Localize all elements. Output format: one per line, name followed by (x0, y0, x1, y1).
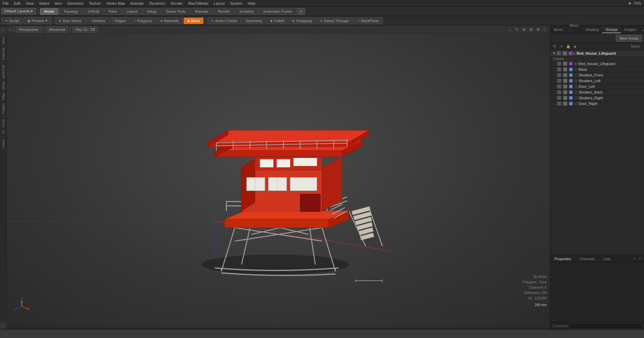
viewport[interactable]: ☰ Perspective Advanced Ray GL: Off ⌂ ↻ ⊕… (7, 25, 550, 330)
edges-button[interactable]: / Edges (109, 17, 129, 24)
symmetry-button[interactable]: Symmetry (242, 17, 266, 24)
left-curve-label[interactable]: Curve (1, 118, 6, 128)
tab-mesh[interactable]: Mesh ... (566, 22, 582, 33)
left-tool-arrow[interactable]: ▸ (0, 27, 6, 33)
menu-edit[interactable]: Edit (11, 1, 23, 6)
action-center-button[interactable]: ⊙ Action Center (207, 17, 241, 24)
sculpt-button[interactable]: ✦ Sculpt (1, 17, 23, 24)
gear-icon[interactable]: ⚙ (535, 26, 541, 33)
scene-group-row[interactable]: ▼ ▸ Red_House_Lifeguard (550, 50, 644, 57)
tab-schematic-fusion[interactable]: Schematic Fusion (259, 8, 297, 15)
menu-select[interactable]: Select (36, 1, 52, 6)
left-bottom-tool[interactable]: ○ (0, 322, 6, 328)
menu-layout[interactable]: Layout (211, 1, 227, 6)
menu-geometry[interactable]: Geometry (64, 1, 86, 6)
item-lock (563, 96, 567, 100)
perspective-button[interactable]: Perspective (16, 26, 41, 33)
polygons-button[interactable]: □ Polygons (130, 17, 156, 24)
menu-dynamics[interactable]: Dynamics (147, 1, 168, 6)
lock-icon[interactable]: 🔒 (565, 44, 571, 50)
tab-topology[interactable]: Topology (59, 8, 83, 15)
zoom-icon[interactable]: ⊕ (521, 26, 527, 33)
list-item[interactable]: ⬡ Shutters_Back (550, 90, 644, 95)
snapping-button[interactable]: ⊞ Snapping (288, 17, 316, 24)
advanced-button[interactable]: Advanced (46, 26, 68, 33)
materials-button[interactable]: ◈ Materials (157, 17, 183, 24)
left-uv-label[interactable]: UV (1, 129, 6, 136)
more-icon[interactable]: ⋮ (542, 26, 548, 33)
properties-tab[interactable]: Properties (550, 256, 575, 262)
materials-label: Materials (164, 19, 179, 23)
items-button[interactable]: ◉ Items (183, 17, 204, 24)
tab-uvedit[interactable]: UVEdit (84, 8, 104, 15)
home-icon[interactable]: ⌂ (507, 26, 513, 33)
color-icon[interactable]: ◉ (572, 44, 578, 50)
auto-select-button[interactable]: ⊕ Auto Select (55, 17, 85, 24)
menu-vertexmap[interactable]: Vertex Map (104, 1, 128, 6)
polygons-info: Polygons : Face (523, 280, 547, 285)
polygons-label: Polygons (137, 19, 152, 23)
tab-layout[interactable]: Layout (122, 8, 142, 15)
presets-button[interactable]: ▦ Presets ▾ (24, 17, 51, 24)
tab-scripting[interactable]: Scripting (235, 8, 258, 15)
expand-icon[interactable]: ⤢ (633, 257, 636, 261)
menu-item[interactable]: Item (52, 1, 64, 6)
workplane-icon: ⬡ (357, 19, 360, 22)
left-vertex-label[interactable]: Vertex (1, 80, 6, 92)
list-item[interactable]: ⬡ Shutters_Left (550, 78, 644, 84)
viewport-menu-icon[interactable]: ☰ (9, 27, 12, 31)
menu-system[interactable]: System (227, 1, 245, 6)
scene-list[interactable]: ▼ ▸ Red_House_Lifeguard 8 Items ◈ Red_Ho… (550, 50, 644, 255)
menu-maxtomodo[interactable]: MaxToModo (185, 1, 211, 6)
tab-model[interactable]: Model (40, 8, 59, 15)
tab-gametools[interactable]: Game Tools (162, 8, 190, 15)
command-label: Command (552, 324, 568, 328)
menu-help[interactable]: Help (245, 1, 258, 6)
left-meshedit-label[interactable]: Mesh Edit (1, 64, 6, 80)
tab-setup[interactable]: Setup (143, 8, 161, 15)
item-color (569, 73, 573, 77)
eye-toggle-icon[interactable]: 👁 (552, 44, 558, 50)
list-item[interactable]: ⬡ Shutters_Front (550, 72, 644, 78)
falloff-button[interactable]: ◐ Falloff (267, 17, 288, 24)
raygl-button[interactable]: Ray GL: Off (72, 26, 98, 33)
list-item[interactable]: ◈ Red_House_Lifeguard (550, 61, 644, 67)
menu-view[interactable]: View (23, 1, 37, 6)
left-fusion-label[interactable]: Fusion (1, 138, 6, 150)
vertices-button[interactable]: ◦ Vertices (86, 17, 109, 24)
add-panel-tab[interactable]: + (640, 27, 644, 33)
command-input[interactable] (570, 323, 642, 329)
tab-animate[interactable]: Animate (191, 8, 213, 15)
tab-shading[interactable]: Shading (582, 26, 602, 33)
tab-groups[interactable]: Groups (602, 26, 621, 33)
channels-tab[interactable]: Channels (575, 256, 599, 262)
layouts-dropdown[interactable]: Default Layouts ▾ (1, 8, 36, 14)
tab-paint[interactable]: Paint (104, 8, 121, 15)
new-group-button[interactable]: New Group (616, 35, 642, 42)
menu-render[interactable]: Render (168, 1, 185, 6)
list-item[interactable]: ⬡ Base (550, 67, 644, 72)
tab-render[interactable]: Render (213, 8, 234, 15)
workplane-button[interactable]: ⬡ WorkPlane (353, 17, 383, 24)
menu-texture[interactable]: Texture (86, 1, 104, 6)
grid-icon[interactable]: ⊞ (528, 26, 534, 33)
tab-items[interactable]: Items (550, 26, 566, 33)
list-item[interactable]: ⬡ Shutters_Right (550, 95, 644, 101)
left-edge-label[interactable]: Edge (1, 92, 6, 101)
left-duplicate-label[interactable]: Duplicate (1, 46, 6, 61)
select-through-button[interactable]: ◎ Select Through (316, 17, 353, 24)
edit-icon[interactable]: ✏ (558, 44, 565, 50)
add-tab-button[interactable]: + (298, 8, 305, 15)
scene-canvas[interactable]: X Y Z No Items Polygons : Face Channels:… (7, 34, 550, 328)
menu-animate[interactable]: Animate (127, 1, 146, 6)
close-panel-icon[interactable]: ✕ (638, 257, 641, 261)
item-vis (557, 79, 561, 83)
list-item[interactable]: ⬡ Door_Left (550, 84, 644, 90)
tab-images[interactable]: Images (621, 26, 640, 33)
menu-file[interactable]: File (0, 1, 11, 6)
list-item[interactable]: ⬡ Door_Right (550, 101, 644, 107)
orbit-icon[interactable]: ↻ (514, 26, 520, 33)
left-items-label[interactable]: Items (1, 36, 6, 46)
lists-tab[interactable]: Lists (599, 256, 615, 262)
left-polygon-label[interactable]: Polygon (1, 102, 6, 115)
